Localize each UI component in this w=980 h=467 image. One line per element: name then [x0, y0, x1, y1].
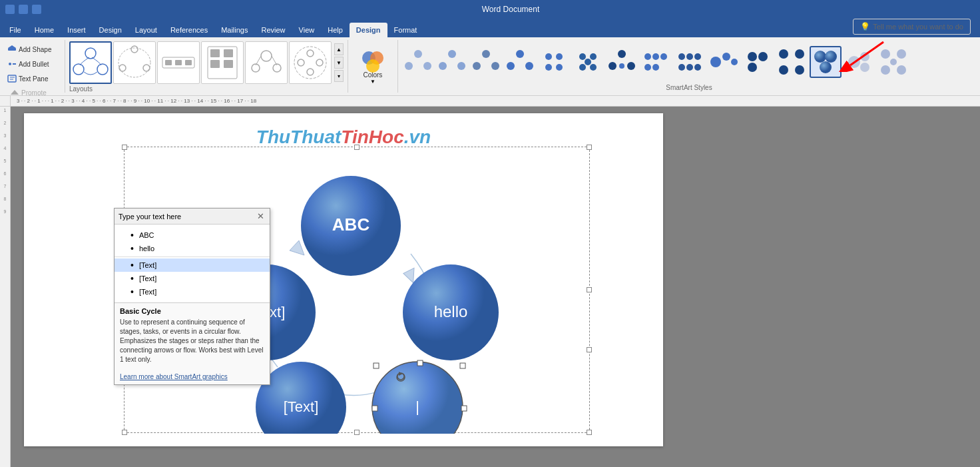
text-pane-item-4[interactable]: • [Text] — [115, 272, 270, 285]
svg-point-78 — [678, 53, 685, 60]
svg-point-80 — [694, 53, 701, 60]
smartart-styles-label: SmartArt Styles — [402, 84, 976, 91]
doc-background: ThuThuatTinHoc.vn — [11, 107, 980, 467]
style-item-6[interactable] — [572, 46, 604, 78]
svg-point-21 — [73, 64, 84, 75]
svg-point-89 — [748, 63, 757, 72]
svg-point-44 — [298, 59, 304, 66]
svg-point-96 — [820, 61, 832, 73]
tab-help[interactable]: Help — [321, 23, 350, 37]
svg-rect-0 — [8, 48, 16, 51]
layout-scroll-up[interactable]: ▲ — [334, 43, 344, 55]
svg-rect-4 — [8, 75, 16, 82]
layout-scroll-expand[interactable]: ▾ — [334, 70, 344, 82]
quick-access-icon2[interactable] — [19, 5, 28, 14]
add-bullet-button[interactable]: Add Bullet — [4, 57, 61, 71]
svg-point-65 — [590, 53, 597, 60]
tab-design[interactable]: Design — [93, 23, 128, 37]
svg-point-102 — [881, 65, 890, 75]
layout-scroll-down[interactable]: ▼ — [334, 57, 344, 69]
style-item-4[interactable] — [504, 46, 536, 78]
svg-text:|: | — [415, 398, 419, 415]
text-pane-item-3[interactable]: • [Text] — [115, 258, 270, 272]
text-pane-button[interactable]: Text Pane — [4, 72, 61, 85]
text-pane-item-1[interactable]: • ABC — [115, 229, 270, 242]
layout-item-6[interactable] — [289, 41, 332, 84]
svg-point-57 — [516, 50, 524, 58]
tab-insert[interactable]: Insert — [61, 23, 93, 37]
svg-rect-127 — [460, 363, 465, 368]
svg-point-24 — [143, 65, 150, 71]
text-pane-close-button[interactable]: ✕ — [256, 211, 266, 221]
tell-me-bar[interactable]: 💡 Tell me what you want to do — [853, 19, 971, 35]
quick-access-icon3[interactable] — [32, 5, 41, 14]
svg-rect-132 — [372, 406, 377, 411]
smartart-styles-group: SmartArt Styles — [398, 40, 980, 93]
style-item-15[interactable] — [877, 46, 909, 78]
text-pane-item-5[interactable]: • [Text] — [115, 285, 270, 298]
style-item-5[interactable] — [538, 46, 570, 78]
tab-home[interactable]: Home — [28, 23, 61, 37]
svg-point-104 — [890, 59, 897, 65]
tab-file[interactable]: File — [3, 23, 28, 37]
style-item-1[interactable] — [402, 46, 434, 78]
svg-point-91 — [795, 49, 804, 59]
info-link[interactable]: Learn more about SmartArt graphics — [120, 373, 228, 380]
layout-item-2[interactable] — [113, 41, 156, 84]
svg-point-88 — [758, 52, 768, 61]
change-colors-button[interactable]: Colors ▼ — [355, 44, 391, 88]
colors-svg — [361, 47, 385, 79]
svg-point-75 — [660, 53, 667, 60]
quick-access-icon[interactable] — [5, 5, 15, 14]
tab-format[interactable]: Format — [387, 23, 424, 37]
svg-point-49 — [423, 62, 431, 70]
svg-point-86 — [731, 59, 738, 65]
style-item-2[interactable] — [436, 46, 468, 78]
text-pane-info: Basic Cycle Use to represent a continuin… — [115, 302, 270, 384]
style-item-7[interactable] — [606, 46, 638, 78]
svg-rect-126 — [417, 360, 423, 366]
style-item-13[interactable] — [810, 46, 842, 78]
svg-rect-31 — [210, 49, 220, 57]
style-item-3[interactable] — [470, 46, 502, 78]
colors-dropdown-arrow: ▼ — [370, 79, 375, 85]
svg-point-74 — [652, 53, 659, 60]
svg-point-41 — [307, 50, 314, 57]
svg-point-25 — [119, 65, 126, 71]
svg-point-54 — [482, 50, 490, 58]
style-item-14[interactable] — [844, 46, 875, 78]
svg-point-50 — [405, 62, 413, 70]
svg-point-82 — [686, 64, 693, 71]
svg-point-47 — [366, 59, 379, 73]
svg-point-79 — [686, 53, 693, 60]
tab-design-smartart[interactable]: Design — [350, 23, 387, 37]
tab-review[interactable]: Review — [255, 23, 292, 37]
add-shape-button[interactable]: Add Shape — [4, 43, 61, 56]
bullet-2: • — [130, 243, 134, 254]
title-bar: Word Document — [0, 0, 980, 19]
svg-point-64 — [579, 53, 586, 60]
style-item-8[interactable] — [640, 46, 672, 78]
svg-point-100 — [881, 49, 890, 59]
layout-item-3[interactable] — [157, 41, 200, 84]
style-item-12[interactable] — [776, 46, 808, 78]
tab-layout[interactable]: Layout — [128, 23, 164, 37]
text-pane-item-2[interactable]: • hello — [115, 242, 270, 255]
layout-item-1[interactable] — [69, 41, 112, 84]
layouts-label: Layouts — [69, 84, 344, 93]
svg-point-48 — [414, 50, 422, 58]
layout-item-4[interactable] — [201, 41, 244, 84]
change-colors-group: Colors ▼ — [348, 40, 398, 93]
layout-item-5[interactable] — [245, 41, 288, 84]
tab-view[interactable]: View — [292, 23, 322, 37]
svg-point-20 — [97, 64, 108, 75]
style-item-10[interactable] — [708, 46, 740, 78]
style-item-11[interactable] — [742, 46, 774, 78]
watermark-thu: ThuThuat — [256, 127, 342, 147]
svg-point-87 — [748, 52, 757, 61]
tab-mailings[interactable]: Mailings — [214, 23, 254, 37]
style-item-9[interactable] — [674, 46, 706, 78]
ribbon-tabs: File Home Insert Design Layout Reference… — [0, 19, 980, 37]
tab-references[interactable]: References — [164, 23, 214, 37]
svg-point-98 — [860, 52, 869, 61]
